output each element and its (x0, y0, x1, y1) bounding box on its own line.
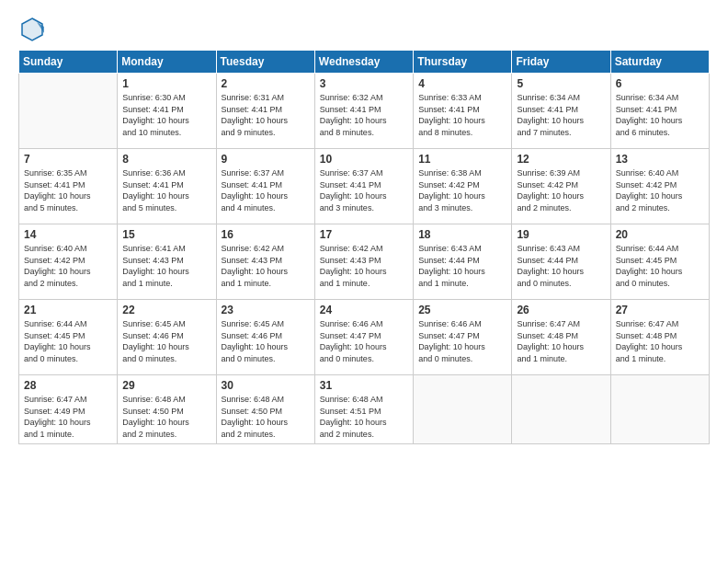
day-number: 17 (320, 228, 408, 241)
day-info: Sunrise: 6:47 AM Sunset: 4:48 PM Dayligh… (517, 318, 605, 364)
day-number: 28 (24, 379, 112, 392)
logo (18, 15, 50, 42)
calendar-cell: 28Sunrise: 6:47 AM Sunset: 4:49 PM Dayli… (19, 375, 118, 444)
day-info: Sunrise: 6:39 AM Sunset: 4:42 PM Dayligh… (517, 167, 605, 213)
day-info: Sunrise: 6:41 AM Sunset: 4:43 PM Dayligh… (122, 243, 210, 289)
calendar-cell: 19Sunrise: 6:43 AM Sunset: 4:44 PM Dayli… (512, 224, 610, 300)
day-info: Sunrise: 6:30 AM Sunset: 4:41 PM Dayligh… (122, 92, 210, 138)
header (18, 15, 710, 42)
day-number: 25 (418, 304, 506, 316)
weekday-header-monday: Monday (118, 51, 216, 74)
page: SundayMondayTuesdayWednesdayThursdayFrid… (0, 0, 728, 563)
calendar-cell: 16Sunrise: 6:42 AM Sunset: 4:43 PM Dayli… (216, 224, 314, 300)
day-info: Sunrise: 6:47 AM Sunset: 4:49 PM Dayligh… (24, 394, 112, 440)
weekday-header-sunday: Sunday (19, 51, 118, 74)
day-info: Sunrise: 6:36 AM Sunset: 4:41 PM Dayligh… (122, 167, 210, 213)
day-number: 1 (122, 77, 210, 90)
calendar-cell: 22Sunrise: 6:45 AM Sunset: 4:46 PM Dayli… (118, 300, 216, 375)
day-info: Sunrise: 6:43 AM Sunset: 4:44 PM Dayligh… (418, 243, 506, 289)
day-number: 3 (320, 77, 408, 90)
day-info: Sunrise: 6:34 AM Sunset: 4:41 PM Dayligh… (616, 92, 704, 138)
day-info: Sunrise: 6:46 AM Sunset: 4:47 PM Dayligh… (320, 318, 408, 364)
day-number: 9 (222, 153, 310, 166)
calendar-cell: 29Sunrise: 6:48 AM Sunset: 4:50 PM Dayli… (118, 375, 216, 444)
calendar-week-row: 28Sunrise: 6:47 AM Sunset: 4:49 PM Dayli… (19, 375, 710, 444)
calendar-cell: 24Sunrise: 6:46 AM Sunset: 4:47 PM Dayli… (314, 300, 413, 375)
calendar-cell: 17Sunrise: 6:42 AM Sunset: 4:43 PM Dayli… (314, 224, 413, 300)
calendar-cell: 30Sunrise: 6:48 AM Sunset: 4:50 PM Dayli… (216, 375, 314, 444)
calendar-cell (512, 375, 610, 444)
weekday-header-thursday: Thursday (414, 51, 512, 74)
day-info: Sunrise: 6:32 AM Sunset: 4:41 PM Dayligh… (320, 92, 408, 138)
day-info: Sunrise: 6:46 AM Sunset: 4:47 PM Dayligh… (418, 318, 506, 364)
day-info: Sunrise: 6:37 AM Sunset: 4:41 PM Dayligh… (320, 167, 408, 213)
day-info: Sunrise: 6:42 AM Sunset: 4:43 PM Dayligh… (320, 243, 408, 289)
weekday-header-row: SundayMondayTuesdayWednesdayThursdayFrid… (19, 51, 710, 74)
calendar-cell (19, 74, 118, 149)
calendar-cell: 11Sunrise: 6:38 AM Sunset: 4:42 PM Dayli… (414, 149, 512, 224)
day-number: 15 (122, 228, 210, 241)
day-number: 7 (24, 153, 112, 166)
day-number: 14 (24, 228, 112, 241)
calendar-cell: 2Sunrise: 6:31 AM Sunset: 4:41 PM Daylig… (216, 74, 314, 149)
calendar-cell: 4Sunrise: 6:33 AM Sunset: 4:41 PM Daylig… (414, 74, 512, 149)
calendar-table: SundayMondayTuesdayWednesdayThursdayFrid… (18, 50, 710, 444)
calendar-cell: 18Sunrise: 6:43 AM Sunset: 4:44 PM Dayli… (414, 224, 512, 300)
day-number: 8 (122, 153, 210, 166)
day-number: 20 (616, 228, 704, 241)
day-info: Sunrise: 6:48 AM Sunset: 4:50 PM Dayligh… (222, 394, 310, 440)
day-number: 31 (320, 379, 408, 392)
calendar-cell: 15Sunrise: 6:41 AM Sunset: 4:43 PM Dayli… (118, 224, 216, 300)
day-number: 5 (517, 77, 605, 90)
calendar-cell: 14Sunrise: 6:40 AM Sunset: 4:42 PM Dayli… (19, 224, 118, 300)
day-number: 18 (418, 228, 506, 241)
calendar-cell: 21Sunrise: 6:44 AM Sunset: 4:45 PM Dayli… (19, 300, 118, 375)
calendar-cell: 25Sunrise: 6:46 AM Sunset: 4:47 PM Dayli… (414, 300, 512, 375)
day-number: 2 (222, 77, 310, 90)
calendar-cell: 1Sunrise: 6:30 AM Sunset: 4:41 PM Daylig… (118, 74, 216, 149)
day-info: Sunrise: 6:42 AM Sunset: 4:43 PM Dayligh… (222, 243, 310, 289)
calendar-week-row: 14Sunrise: 6:40 AM Sunset: 4:42 PM Dayli… (19, 224, 710, 300)
day-number: 13 (616, 153, 704, 166)
calendar-cell: 10Sunrise: 6:37 AM Sunset: 4:41 PM Dayli… (314, 149, 413, 224)
day-number: 29 (122, 379, 210, 392)
day-number: 12 (517, 153, 605, 166)
day-info: Sunrise: 6:38 AM Sunset: 4:42 PM Dayligh… (418, 167, 506, 213)
weekday-header-tuesday: Tuesday (216, 51, 314, 74)
weekday-header-friday: Friday (512, 51, 610, 74)
calendar-cell: 23Sunrise: 6:45 AM Sunset: 4:46 PM Dayli… (216, 300, 314, 375)
day-info: Sunrise: 6:31 AM Sunset: 4:41 PM Dayligh… (222, 92, 310, 138)
day-number: 10 (320, 153, 408, 166)
calendar-cell: 20Sunrise: 6:44 AM Sunset: 4:45 PM Dayli… (610, 224, 709, 300)
weekday-header-wednesday: Wednesday (314, 51, 413, 74)
day-info: Sunrise: 6:44 AM Sunset: 4:45 PM Dayligh… (616, 243, 704, 289)
weekday-header-saturday: Saturday (610, 51, 709, 74)
calendar-cell: 3Sunrise: 6:32 AM Sunset: 4:41 PM Daylig… (314, 74, 413, 149)
day-number: 22 (122, 304, 210, 316)
calendar-cell: 7Sunrise: 6:35 AM Sunset: 4:41 PM Daylig… (19, 149, 118, 224)
day-info: Sunrise: 6:34 AM Sunset: 4:41 PM Dayligh… (517, 92, 605, 138)
day-number: 19 (517, 228, 605, 241)
day-info: Sunrise: 6:44 AM Sunset: 4:45 PM Dayligh… (24, 318, 112, 364)
day-info: Sunrise: 6:43 AM Sunset: 4:44 PM Dayligh… (517, 243, 605, 289)
day-number: 26 (517, 304, 605, 316)
day-info: Sunrise: 6:37 AM Sunset: 4:41 PM Dayligh… (222, 167, 310, 213)
day-number: 4 (418, 77, 506, 90)
calendar-cell: 8Sunrise: 6:36 AM Sunset: 4:41 PM Daylig… (118, 149, 216, 224)
calendar-cell: 5Sunrise: 6:34 AM Sunset: 4:41 PM Daylig… (512, 74, 610, 149)
day-info: Sunrise: 6:48 AM Sunset: 4:51 PM Dayligh… (320, 394, 408, 440)
day-number: 23 (222, 304, 310, 316)
calendar-cell: 9Sunrise: 6:37 AM Sunset: 4:41 PM Daylig… (216, 149, 314, 224)
calendar-week-row: 1Sunrise: 6:30 AM Sunset: 4:41 PM Daylig… (19, 74, 710, 149)
calendar-cell (414, 375, 512, 444)
day-number: 11 (418, 153, 506, 166)
day-info: Sunrise: 6:40 AM Sunset: 4:42 PM Dayligh… (616, 167, 704, 213)
day-info: Sunrise: 6:35 AM Sunset: 4:41 PM Dayligh… (24, 167, 112, 213)
calendar-week-row: 21Sunrise: 6:44 AM Sunset: 4:45 PM Dayli… (19, 300, 710, 375)
logo-icon (18, 15, 46, 42)
day-number: 6 (616, 77, 704, 90)
day-number: 27 (616, 304, 704, 316)
day-number: 30 (222, 379, 310, 392)
day-info: Sunrise: 6:47 AM Sunset: 4:48 PM Dayligh… (616, 318, 704, 364)
day-info: Sunrise: 6:45 AM Sunset: 4:46 PM Dayligh… (222, 318, 310, 364)
